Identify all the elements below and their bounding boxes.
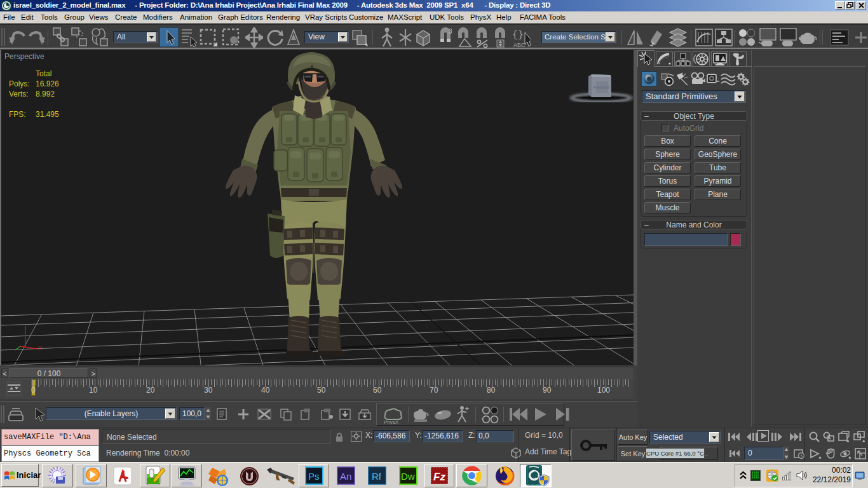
svg-text:ABC: ABC <box>513 42 526 48</box>
svg-text:3: 3 <box>449 28 452 35</box>
svg-text:FRONT: FRONT <box>593 85 610 90</box>
svg-text:PhysX: PhysX <box>384 419 399 424</box>
svg-text:Fz: Fz <box>433 471 445 483</box>
svg-text:{}: {} <box>512 30 524 41</box>
svg-text:An: An <box>340 471 351 482</box>
svg-text:Dw: Dw <box>401 471 415 482</box>
svg-text:Rf: Rf <box>372 471 382 482</box>
svg-text:Ps: Ps <box>308 471 320 482</box>
svg-text:X: X <box>38 345 42 351</box>
